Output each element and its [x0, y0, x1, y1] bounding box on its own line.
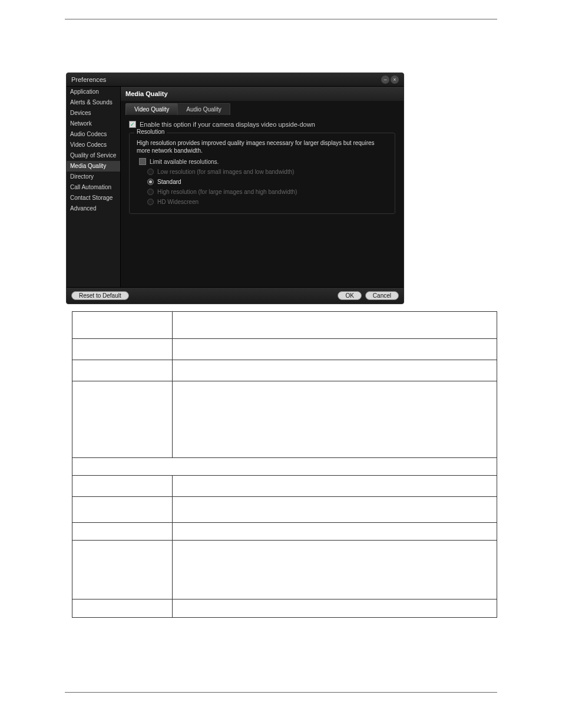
radio-hd-label: HD Widescreen — [157, 199, 199, 205]
flip-checkbox[interactable]: ✓ — [129, 121, 136, 128]
sidebar-item-directory[interactable]: Directory — [67, 172, 120, 182]
tab-audio-quality[interactable]: Audio Quality — [177, 103, 230, 115]
radio-standard[interactable] — [147, 179, 154, 185]
window-titlebar: Preferences – × — [67, 73, 404, 87]
sidebar-item-audio-codecs[interactable]: Audio Codecs — [67, 129, 120, 140]
doc-table — [72, 311, 497, 618]
window-title: Preferences — [71, 76, 381, 83]
sidebar-item-media-quality[interactable]: Media Quality — [67, 161, 120, 172]
close-glyph: × — [393, 77, 396, 83]
close-icon[interactable]: × — [391, 75, 399, 84]
sidebar-item-alerts-sounds[interactable]: Alerts & Sounds — [67, 97, 120, 108]
preferences-content: Media Quality Video Quality Audio Qualit… — [121, 87, 404, 287]
radio-low[interactable] — [147, 169, 154, 175]
resolution-description: High resolution provides improved qualit… — [137, 139, 388, 154]
sidebar-item-application[interactable]: Application — [67, 87, 120, 97]
resolution-legend: Resolution — [134, 129, 167, 135]
sidebar-item-call-automation[interactable]: Call Automation — [67, 182, 120, 193]
tab-video-quality[interactable]: Video Quality — [125, 103, 178, 115]
reset-button[interactable]: Reset to Default — [71, 291, 129, 300]
preferences-sidebar: Application Alerts & Sounds Devices Netw… — [67, 87, 121, 287]
dialog-footer: Reset to Default OK Cancel — [67, 287, 404, 304]
preferences-window: Preferences – × Application Alerts & Sou… — [66, 73, 404, 304]
ok-button[interactable]: OK — [338, 291, 361, 300]
minimize-icon[interactable]: – — [381, 75, 389, 84]
tabs: Video Quality Audio Quality — [121, 101, 404, 115]
radio-low-label: Low resolution (for small images and low… — [157, 169, 294, 175]
sidebar-item-network[interactable]: Network — [67, 118, 120, 129]
sidebar-item-devices[interactable]: Devices — [67, 108, 120, 118]
sidebar-item-advanced[interactable]: Advanced — [67, 203, 120, 214]
panel-title: Media Quality — [121, 87, 404, 101]
sidebar-item-qos[interactable]: Quality of Service — [67, 150, 120, 161]
radio-high-label: High resolution (for large images and hi… — [157, 189, 297, 195]
flip-label: Enable this option if your camera displa… — [140, 121, 315, 128]
sidebar-item-video-codecs[interactable]: Video Codecs — [67, 140, 120, 150]
radio-standard-label: Standard — [157, 179, 181, 185]
cancel-button[interactable]: Cancel — [365, 291, 399, 300]
resolution-group: Resolution High resolution provides impr… — [129, 133, 395, 214]
limit-checkbox[interactable]: ✓ — [139, 158, 146, 165]
radio-high[interactable] — [147, 189, 154, 195]
radio-hd[interactable] — [147, 199, 154, 205]
sidebar-item-contact-storage[interactable]: Contact Storage — [67, 193, 120, 203]
limit-label: Limit available resolutions. — [150, 159, 219, 165]
minimize-glyph: – — [384, 77, 386, 83]
